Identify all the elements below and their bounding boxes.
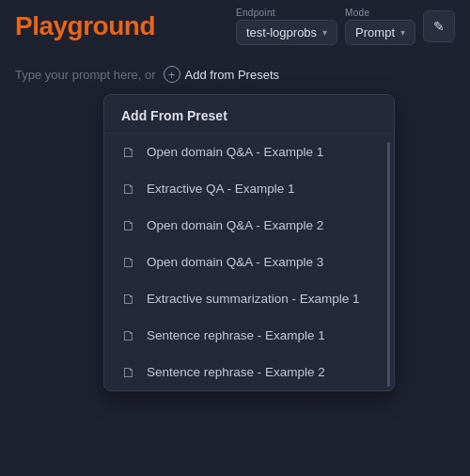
mode-value: Prompt	[355, 25, 395, 40]
preset-item-label: Sentence rephrase - Example 2	[147, 365, 325, 379]
prompt-hint-row: Type your prompt here, or + Add from Pre…	[15, 66, 455, 83]
plus-circle-icon: +	[164, 66, 180, 83]
doc-icon: 🗋	[121, 327, 135, 343]
endpoint-value: test-logprobs	[246, 25, 317, 40]
mode-chevron-icon: ▾	[400, 27, 405, 38]
list-item[interactable]: 🗋 Sentence rephrase - Example 1	[104, 317, 394, 354]
app-logo: Playground	[15, 11, 155, 41]
mode-label: Mode	[345, 8, 415, 18]
add-preset-label: Add from Presets	[185, 68, 279, 82]
header: Playground Endpoint test-logprobs ▾ Mode…	[0, 0, 470, 53]
list-item[interactable]: 🗋 Open domain Q&A - Example 1	[104, 134, 394, 170]
doc-icon: 🗋	[121, 181, 135, 197]
list-item[interactable]: 🗋 Extractive QA - Example 1	[104, 170, 394, 207]
doc-icon: 🗋	[121, 364, 135, 380]
preset-item-label: Extractive summarization - Example 1	[147, 292, 360, 306]
preset-item-label: Extractive QA - Example 1	[147, 182, 295, 196]
mode-control: Mode Prompt ▾	[345, 8, 415, 45]
add-from-presets-button[interactable]: + Add from Presets	[164, 66, 279, 83]
doc-icon: 🗋	[121, 254, 135, 270]
endpoint-chevron-icon: ▾	[322, 27, 327, 38]
preset-item-label: Open domain Q&A - Example 3	[147, 255, 323, 269]
doc-icon: 🗋	[121, 217, 135, 233]
mode-dropdown[interactable]: Prompt ▾	[345, 20, 415, 45]
preset-dropdown-title: Add From Preset	[104, 95, 394, 134]
endpoint-control: Endpoint test-logprobs ▾	[236, 8, 337, 45]
doc-icon: 🗋	[121, 144, 135, 160]
preset-item-label: Sentence rephrase - Example 1	[147, 328, 325, 342]
main-content: Type your prompt here, or + Add from Pre…	[0, 53, 470, 83]
list-item[interactable]: 🗋 Open domain Q&A - Example 2	[104, 207, 394, 244]
preset-item-label: Open domain Q&A - Example 1	[147, 145, 323, 159]
endpoint-dropdown[interactable]: test-logprobs ▾	[236, 20, 337, 45]
header-controls: Endpoint test-logprobs ▾ Mode Prompt ▾ ✎	[236, 8, 455, 45]
list-item[interactable]: 🗋 Sentence rephrase - Example 2	[104, 354, 394, 390]
prompt-hint-text: Type your prompt here, or	[15, 68, 156, 82]
edit-button[interactable]: ✎	[423, 10, 455, 42]
endpoint-label: Endpoint	[236, 8, 337, 18]
list-item[interactable]: 🗋 Extractive summarization - Example 1	[104, 280, 394, 317]
list-item[interactable]: 🗋 Open domain Q&A - Example 3	[104, 244, 394, 280]
preset-item-label: Open domain Q&A - Example 2	[147, 218, 323, 232]
doc-icon: 🗋	[121, 291, 135, 307]
preset-dropdown-panel: Add From Preset 🗋 Open domain Q&A - Exam…	[103, 94, 395, 391]
edit-icon: ✎	[433, 19, 445, 34]
